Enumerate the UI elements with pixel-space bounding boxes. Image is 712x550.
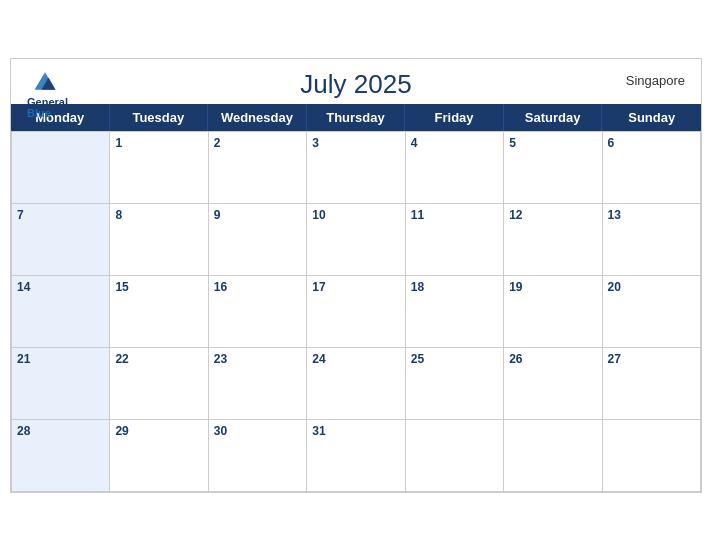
date-number: 20 <box>608 280 695 294</box>
day-cell: 15 <box>110 276 208 348</box>
day-cell <box>504 420 602 492</box>
day-cell: 13 <box>603 204 701 276</box>
date-number: 30 <box>214 424 301 438</box>
day-header-thursday: Thursday <box>307 104 406 131</box>
day-cell: 3 <box>307 132 405 204</box>
date-number: 14 <box>17 280 104 294</box>
date-number: 13 <box>608 208 695 222</box>
date-number: 17 <box>312 280 399 294</box>
date-number: 26 <box>509 352 596 366</box>
day-cell <box>406 420 504 492</box>
day-header-tuesday: Tuesday <box>110 104 209 131</box>
logo-blue: Blue <box>27 108 51 119</box>
calendar-header: General Blue July 2025 Singapore <box>11 59 701 104</box>
day-cell: 26 <box>504 348 602 420</box>
date-number: 18 <box>411 280 498 294</box>
date-number: 4 <box>411 136 498 150</box>
day-cell: 9 <box>209 204 307 276</box>
day-cell <box>603 420 701 492</box>
day-cell: 17 <box>307 276 405 348</box>
date-number: 3 <box>312 136 399 150</box>
logo: General Blue <box>27 67 68 119</box>
date-number: 31 <box>312 424 399 438</box>
day-header-wednesday: Wednesday <box>208 104 307 131</box>
day-cell: 28 <box>12 420 110 492</box>
date-number: 7 <box>17 208 104 222</box>
date-number: 5 <box>509 136 596 150</box>
date-number: 23 <box>214 352 301 366</box>
day-cell <box>12 132 110 204</box>
day-header-sunday: Sunday <box>602 104 701 131</box>
calendar-grid: 1234567891011121314151617181920212223242… <box>11 131 701 492</box>
day-cell: 2 <box>209 132 307 204</box>
day-cell: 23 <box>209 348 307 420</box>
day-cell: 11 <box>406 204 504 276</box>
day-cell: 8 <box>110 204 208 276</box>
date-number: 25 <box>411 352 498 366</box>
day-cell: 20 <box>603 276 701 348</box>
day-cell: 24 <box>307 348 405 420</box>
date-number: 22 <box>115 352 202 366</box>
date-number: 1 <box>115 136 202 150</box>
day-cell: 6 <box>603 132 701 204</box>
date-number: 2 <box>214 136 301 150</box>
date-number: 9 <box>214 208 301 222</box>
date-number: 28 <box>17 424 104 438</box>
date-number: 27 <box>608 352 695 366</box>
day-cell: 22 <box>110 348 208 420</box>
day-cell: 27 <box>603 348 701 420</box>
day-cell: 18 <box>406 276 504 348</box>
day-header-saturday: Saturday <box>504 104 603 131</box>
day-cell: 12 <box>504 204 602 276</box>
day-cell: 16 <box>209 276 307 348</box>
date-number: 12 <box>509 208 596 222</box>
date-number: 24 <box>312 352 399 366</box>
date-number: 15 <box>115 280 202 294</box>
calendar-title: July 2025 <box>27 69 685 100</box>
calendar-container: General Blue July 2025 Singapore MondayT… <box>10 58 702 493</box>
day-cell: 10 <box>307 204 405 276</box>
day-header-friday: Friday <box>405 104 504 131</box>
date-number: 8 <box>115 208 202 222</box>
country-label: Singapore <box>626 73 685 88</box>
logo-general: General <box>27 97 68 108</box>
day-cell: 25 <box>406 348 504 420</box>
day-cell: 21 <box>12 348 110 420</box>
day-cell: 30 <box>209 420 307 492</box>
day-cell: 29 <box>110 420 208 492</box>
day-cell: 31 <box>307 420 405 492</box>
date-number: 6 <box>608 136 695 150</box>
day-cell: 1 <box>110 132 208 204</box>
date-number: 11 <box>411 208 498 222</box>
day-cell: 4 <box>406 132 504 204</box>
date-number: 10 <box>312 208 399 222</box>
day-cell: 14 <box>12 276 110 348</box>
day-cell: 7 <box>12 204 110 276</box>
date-number: 16 <box>214 280 301 294</box>
date-number: 29 <box>115 424 202 438</box>
days-of-week-header: MondayTuesdayWednesdayThursdayFridaySatu… <box>11 104 701 131</box>
day-cell: 5 <box>504 132 602 204</box>
day-cell: 19 <box>504 276 602 348</box>
date-number: 21 <box>17 352 104 366</box>
date-number: 19 <box>509 280 596 294</box>
